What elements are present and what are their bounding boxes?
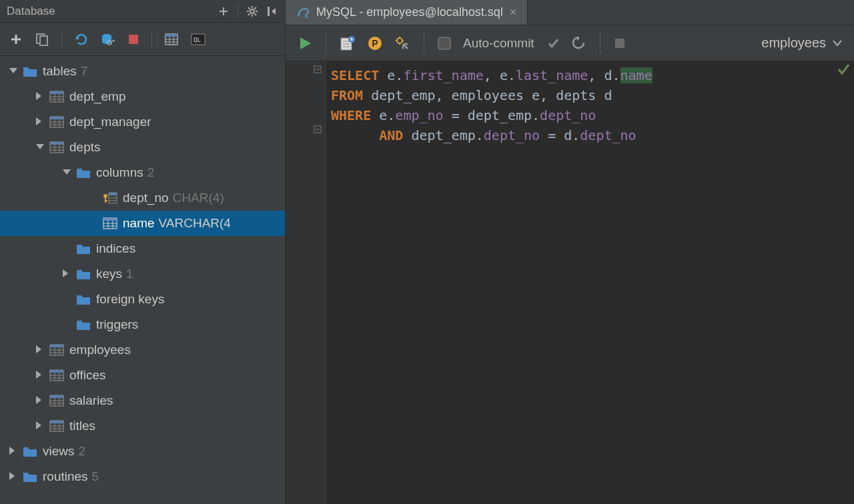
- refresh-icon[interactable]: [74, 32, 89, 47]
- svg-rect-43: [109, 193, 117, 195]
- sidebar-header: Database: [0, 0, 285, 23]
- tree-label: dept_emp: [69, 89, 126, 104]
- checkbox-icon[interactable]: [438, 37, 451, 50]
- svg-rect-25: [50, 91, 63, 94]
- parameters-icon[interactable]: P: [368, 36, 382, 51]
- expand-arrow-icon[interactable]: [61, 168, 71, 177]
- tree-node-dept-no[interactable]: dept_noCHAR(4): [0, 185, 285, 211]
- console-icon[interactable]: QL: [191, 33, 205, 45]
- editor-panel: MySQL - employees@localhost.sql × P Auto…: [286, 0, 854, 504]
- table-icon: [49, 91, 64, 103]
- tree-node-views[interactable]: views2: [0, 439, 285, 464]
- tree-label: titles: [69, 419, 95, 433]
- mysql-icon: [296, 6, 310, 19]
- stop-icon[interactable]: [127, 33, 139, 45]
- svg-rect-31: [50, 117, 63, 119]
- svg-line-7: [248, 13, 250, 15]
- tree-label: routines5: [43, 469, 99, 484]
- tree-label: keys1: [96, 267, 133, 281]
- expand-arrow-icon[interactable]: [35, 396, 44, 405]
- database-sidebar: Database: [0, 0, 286, 504]
- expand-arrow-icon[interactable]: [35, 371, 44, 380]
- tree-node-salaries[interactable]: salaries: [0, 388, 285, 413]
- expand-arrow-icon[interactable]: [8, 472, 17, 481]
- table-icon: [49, 395, 64, 407]
- copy-icon[interactable]: [35, 32, 49, 47]
- hide-panel-icon[interactable]: [266, 5, 278, 17]
- schema-picker[interactable]: employees: [761, 35, 842, 51]
- column-icon: [103, 217, 117, 229]
- tree-node-employees[interactable]: employees: [0, 337, 285, 363]
- tree-label: dept_noCHAR(4): [123, 191, 224, 205]
- expand-arrow-icon[interactable]: [8, 67, 17, 76]
- tree-node-foreign-keys[interactable]: foreign keys: [0, 287, 285, 312]
- folder-icon: [23, 471, 37, 483]
- tree-label: foreign keys: [96, 292, 164, 307]
- svg-rect-56: [50, 345, 63, 347]
- tree-node-columns[interactable]: columns2: [0, 160, 285, 185]
- svg-point-86: [397, 38, 402, 43]
- table-view-icon[interactable]: [164, 32, 179, 47]
- folder-icon: [23, 65, 37, 77]
- cancel-icon[interactable]: [614, 37, 626, 49]
- svg-rect-74: [50, 421, 63, 423]
- expand-arrow-icon[interactable]: [35, 345, 44, 355]
- explain-plan-icon[interactable]: [340, 35, 356, 51]
- chevron-down-icon: [833, 40, 842, 47]
- add-icon[interactable]: [9, 33, 23, 46]
- inspection-ok-icon[interactable]: [837, 63, 850, 76]
- run-icon[interactable]: [298, 36, 312, 51]
- table-icon: [49, 141, 64, 153]
- folder-icon: [76, 268, 91, 280]
- editor-tabbar: MySQL - employees@localhost.sql ×: [286, 0, 854, 25]
- fold-start-icon[interactable]: [314, 65, 353, 85]
- commit-icon[interactable]: [546, 37, 560, 50]
- svg-rect-62: [50, 370, 63, 373]
- expand-arrow-icon[interactable]: [35, 143, 44, 152]
- settings-wrench-icon[interactable]: [394, 35, 410, 51]
- tree-node-offices[interactable]: offices: [0, 363, 285, 388]
- collapse-icon[interactable]: [218, 5, 230, 17]
- editor-toolbar: P Auto-commit employees: [286, 25, 854, 61]
- gear-icon[interactable]: [246, 5, 258, 17]
- auto-commit-label: Auto-commit: [463, 36, 534, 51]
- database-tree[interactable]: tables7 dept_emp dept_manager depts colu…: [0, 56, 285, 504]
- tree-label: depts: [69, 140, 100, 155]
- svg-rect-68: [50, 395, 63, 398]
- svg-line-5: [248, 7, 250, 9]
- tree-label: salaries: [69, 393, 113, 408]
- expand-arrow-icon[interactable]: [35, 117, 44, 127]
- expand-arrow-icon[interactable]: [35, 421, 44, 431]
- tree-node-indices[interactable]: indices: [0, 236, 285, 261]
- expand-arrow-icon[interactable]: [61, 269, 71, 279]
- tree-node-dept-emp[interactable]: dept_emp: [0, 84, 285, 109]
- folder-icon: [76, 319, 91, 331]
- sql-editor[interactable]: SELECT e.first_name, e.last_name, d.name…: [286, 61, 854, 504]
- code-content[interactable]: SELECT e.first_name, e.last_name, d.name…: [326, 61, 653, 504]
- spacer: [88, 219, 97, 228]
- expand-arrow-icon[interactable]: [35, 92, 44, 101]
- folder-icon: [76, 243, 91, 255]
- folder-icon: [76, 293, 91, 305]
- rollback-icon[interactable]: [572, 36, 586, 51]
- tree-node-name[interactable]: nameVARCHAR(4: [0, 211, 285, 236]
- tree-node-keys[interactable]: keys1: [0, 261, 285, 287]
- db-settings-icon[interactable]: [101, 32, 115, 47]
- tree-label: offices: [69, 368, 106, 383]
- editor-tab[interactable]: MySQL - employees@localhost.sql ×: [286, 0, 528, 25]
- tree-label: triggers: [96, 317, 138, 332]
- close-icon[interactable]: ×: [510, 5, 517, 19]
- svg-rect-13: [40, 36, 47, 45]
- tree-label: columns2: [96, 165, 154, 180]
- tree-node-titles[interactable]: titles: [0, 413, 285, 439]
- tree-node-dept-manager[interactable]: dept_manager: [0, 109, 285, 135]
- table-icon: [49, 116, 64, 128]
- tree-node-tables[interactable]: tables7: [0, 59, 285, 84]
- tree-node-routines[interactable]: routines5: [0, 464, 285, 489]
- sidebar-title: Database: [7, 5, 55, 18]
- tree-node-triggers[interactable]: triggers: [0, 312, 285, 337]
- expand-arrow-icon[interactable]: [8, 447, 17, 456]
- fold-end-icon[interactable]: [314, 125, 353, 133]
- tree-node-depts[interactable]: depts: [0, 135, 285, 160]
- schema-name: employees: [761, 35, 826, 51]
